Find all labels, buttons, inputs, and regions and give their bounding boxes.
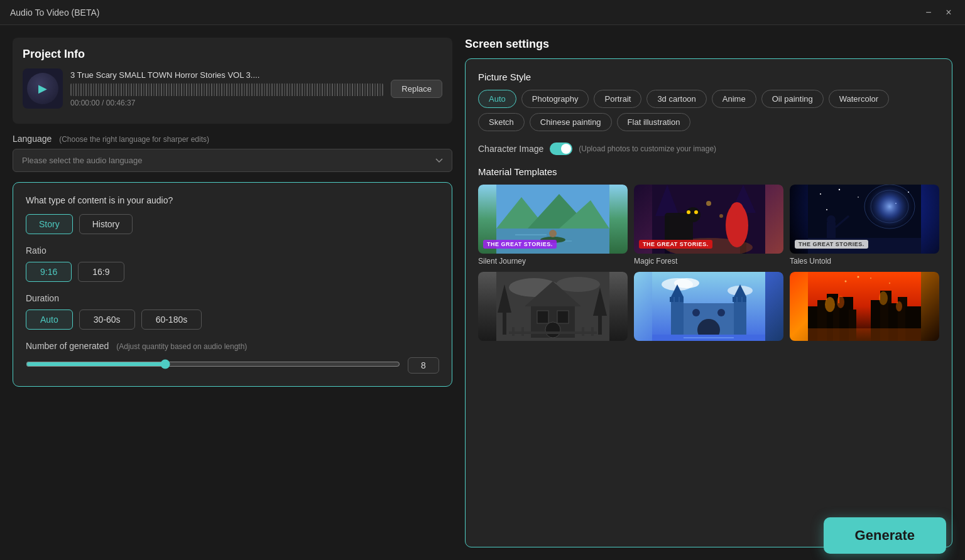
svg-point-71 [717,309,725,316]
generated-hint: (Adjust quantity based on audio length) [116,342,247,351]
svg-rect-62 [670,297,673,302]
duration-60-180-button[interactable]: 60-180s [141,310,202,330]
dark-house-svg [478,272,628,341]
duration-auto-button[interactable]: Auto [26,310,73,330]
svg-rect-44 [545,322,560,338]
main-layout: Project Info ▶ 3 True Scary SMALL TOWN H… [0,25,965,560]
svg-point-92 [870,277,871,279]
time-separator: / [102,99,106,107]
silent-journey-name: Silent Journey [478,257,628,266]
style-tags-container: Auto Photography Portrait 3d cartoon Ani… [478,90,939,131]
svg-point-94 [858,276,859,278]
template-blue-castle[interactable] [634,272,783,344]
svg-rect-46 [512,327,515,336]
audio-info: 3 True Scary SMALL TOWN Horror Stories V… [70,70,383,107]
svg-rect-42 [537,311,548,323]
style-watercolor-button[interactable]: Watercolor [829,90,889,108]
picture-style-label: Picture Style [478,72,939,82]
svg-rect-34 [827,222,836,241]
audio-waveform [70,83,383,96]
style-sketch-button[interactable]: Sketch [478,113,525,131]
style-photography-button[interactable]: Photography [521,90,589,108]
template-silent-journey[interactable]: THE GREAT STORIES. Silent Journey [478,185,628,266]
svg-rect-49 [591,327,594,336]
screen-settings-title: Screen settings [465,38,952,51]
svg-point-16 [685,207,701,222]
language-dropdown[interactable]: Please select the audio language [13,149,452,172]
tag-history-button[interactable]: History [79,214,133,234]
svg-rect-64 [680,297,684,302]
ratio-label: Ratio [26,245,439,256]
svg-rect-59 [734,297,746,338]
play-icon: ▶ [38,82,47,95]
svg-point-24 [820,193,821,195]
svg-point-26 [858,197,859,198]
generate-button[interactable]: Generate [824,517,946,554]
character-image-hint: (Upload photos to customize your image) [579,144,716,153]
generated-value: 8 [408,357,439,374]
replace-button[interactable]: Replace [391,80,442,98]
style-portrait-button[interactable]: Portrait [594,90,641,108]
duration-row: Auto 30-60s 60-180s [26,310,439,330]
ratio-16-9-button[interactable]: 16:9 [78,262,124,282]
style-auto-button[interactable]: Auto [478,90,516,108]
material-templates-label: Material Templates [478,166,939,177]
duration-30-60-button[interactable]: 30-60s [79,310,135,330]
template-fire-city[interactable] [790,272,939,344]
svg-rect-67 [743,297,746,302]
style-3d-cartoon-button[interactable]: 3d cartoon [646,90,706,108]
tag-story-button[interactable]: Story [26,214,73,234]
minimize-button[interactable]: − [922,6,935,19]
svg-point-35 [827,215,836,224]
svg-point-70 [692,309,700,316]
svg-rect-86 [808,328,921,341]
svg-point-8 [549,230,557,237]
character-image-label: Character Image [478,144,543,154]
ratio-row: 9:16 16:9 [26,262,439,282]
template-magic-forest[interactable]: THE GREAT STORIES. Magic Forest [634,185,783,266]
template-img-blue-castle [634,272,783,341]
svg-point-19 [687,210,690,214]
style-chinese-painting-button[interactable]: Chinese painting [530,113,612,131]
svg-point-20 [694,210,698,214]
language-hint: (Choose the right language for sharper e… [59,135,209,144]
style-oil-painting-button[interactable]: Oil painting [761,90,824,108]
templates-grid: THE GREAT STORIES. Silent Journey [478,185,939,344]
svg-point-93 [889,283,890,284]
template-img-dark-house [478,272,628,341]
screen-settings-box: Picture Style Auto Photography Portrait … [465,58,952,547]
right-panel: Screen settings Picture Style Auto Photo… [465,38,952,547]
character-image-toggle[interactable] [550,143,572,155]
project-info-title: Project Info [23,48,442,61]
template-img-magic-forest: THE GREAT STORIES. [634,185,783,254]
fire-city-svg [790,272,939,341]
svg-point-18 [731,202,743,215]
ratio-9-16-button[interactable]: 9:16 [26,262,72,282]
svg-rect-48 [582,327,584,336]
blue-castle-svg [634,272,783,341]
magic-forest-name: Magic Forest [634,257,783,266]
svg-point-25 [839,189,840,190]
tales-untold-badge: The Great Stories. [795,240,868,249]
svg-point-21 [706,201,711,206]
slider-row: 8 [26,357,439,374]
window-controls: − × [922,6,955,19]
template-tales-untold[interactable]: The Great Stories. Tales Untold [790,185,939,266]
svg-rect-66 [738,297,741,302]
character-image-row: Character Image (Upload photos to custom… [478,143,939,155]
svg-point-88 [837,296,844,308]
svg-point-27 [826,209,827,210]
close-button[interactable]: × [942,6,955,19]
duration-label: Duration [26,293,439,303]
style-anime-button[interactable]: Anime [712,90,756,108]
svg-rect-52 [598,313,602,335]
svg-rect-47 [521,327,524,336]
svg-point-39 [556,277,600,292]
audio-row: ▶ 3 True Scary SMALL TOWN Horror Stories… [23,68,442,109]
titlebar: Audio To Video (BETA) − × [0,0,965,25]
style-flat-illustration-button[interactable]: Flat illustration [617,113,691,131]
generated-slider[interactable] [26,359,400,369]
content-tag-row: Story History [26,214,439,234]
svg-point-89 [879,291,888,305]
template-dark-house[interactable] [478,272,628,344]
